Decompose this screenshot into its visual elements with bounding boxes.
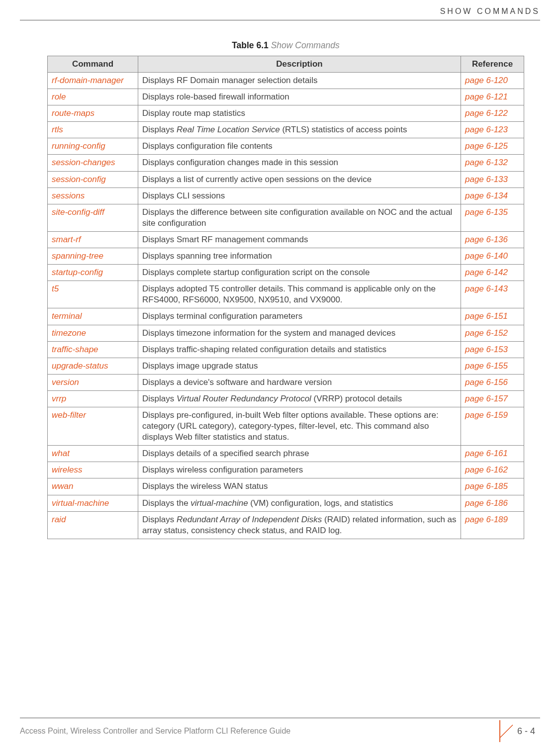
table-row: route-mapsDisplay route map statisticspa…: [48, 105, 524, 122]
table-row: terminalDisplays terminal configuration …: [48, 308, 524, 325]
command-description: Displays a device's software and hardwar…: [138, 374, 461, 390]
reference-link[interactable]: page 6-153: [461, 341, 524, 358]
command-description: Displays Virtual Router Redundancy Proto…: [138, 390, 461, 407]
footer-book-title: Access Point, Wireless Controller and Se…: [20, 727, 489, 736]
reference-link[interactable]: page 6-161: [461, 446, 524, 462]
command-link[interactable]: session-config: [48, 171, 138, 188]
command-link[interactable]: sessions: [48, 188, 138, 204]
command-description: Displays complete startup configuration …: [138, 265, 461, 281]
header-reference: Reference: [461, 56, 524, 73]
command-link[interactable]: site-config-diff: [48, 204, 138, 231]
table-row: startup-configDisplays complete startup …: [48, 265, 524, 281]
reference-link[interactable]: page 6-143: [461, 281, 524, 308]
reference-link[interactable]: page 6-152: [461, 325, 524, 341]
reference-link[interactable]: page 6-156: [461, 374, 524, 390]
command-description: Displays Redundant Array of Independent …: [138, 511, 461, 539]
reference-link[interactable]: page 6-157: [461, 390, 524, 407]
table-caption: Table 6.1 Show Commands: [47, 40, 524, 51]
content-area: Table 6.1 Show Commands Command Descript…: [0, 20, 560, 539]
footer-page-number: 6 - 4: [517, 726, 535, 737]
reference-link[interactable]: page 6-140: [461, 248, 524, 265]
reference-link[interactable]: page 6-162: [461, 462, 524, 478]
table-row: virtual-machineDisplays the virtual-mach…: [48, 495, 524, 511]
command-link[interactable]: web-filter: [48, 407, 138, 445]
command-link[interactable]: route-maps: [48, 105, 138, 122]
command-link[interactable]: vrrp: [48, 390, 138, 407]
table-caption-title: Show Commands: [271, 40, 340, 50]
command-link[interactable]: version: [48, 374, 138, 390]
command-link[interactable]: what: [48, 446, 138, 462]
command-link[interactable]: spanning-tree: [48, 248, 138, 265]
command-description: Displays RF Domain manager selection det…: [138, 73, 461, 89]
command-description: Displays traffic-shaping related configu…: [138, 341, 461, 358]
command-link[interactable]: t5: [48, 281, 138, 308]
reference-link[interactable]: page 6-135: [461, 204, 524, 231]
command-link[interactable]: raid: [48, 511, 138, 539]
command-link[interactable]: timezone: [48, 325, 138, 341]
command-description: Displays the wireless WAN status: [138, 478, 461, 495]
command-description: Displays adopted T5 controller details. …: [138, 281, 461, 308]
command-description: Displays pre-configured, in-built Web fi…: [138, 407, 461, 445]
command-link[interactable]: virtual-machine: [48, 495, 138, 511]
command-link[interactable]: smart-rf: [48, 231, 138, 248]
reference-link[interactable]: page 6-151: [461, 308, 524, 325]
command-link[interactable]: rf-domain-manager: [48, 73, 138, 89]
page-footer: Access Point, Wireless Controller and Se…: [20, 720, 540, 742]
command-description: Displays configuration changes made in t…: [138, 155, 461, 171]
command-description: Displays Real Time Location Service (RTL…: [138, 122, 461, 138]
footer-rule: [20, 718, 540, 718]
reference-link[interactable]: page 6-132: [461, 155, 524, 171]
reference-link[interactable]: page 6-125: [461, 138, 524, 155]
reference-link[interactable]: page 6-189: [461, 511, 524, 539]
command-description: Displays configuration file contents: [138, 138, 461, 155]
command-description: Displays timezone information for the sy…: [138, 325, 461, 341]
command-link[interactable]: wwan: [48, 478, 138, 495]
table-row: wirelessDisplays wireless configuration …: [48, 462, 524, 478]
header-description: Description: [138, 56, 461, 73]
footer-decoration-icon: 6 - 4: [499, 720, 540, 742]
command-link[interactable]: terminal: [48, 308, 138, 325]
reference-link[interactable]: page 6-120: [461, 73, 524, 89]
table-row: raidDisplays Redundant Array of Independ…: [48, 511, 524, 539]
reference-link[interactable]: page 6-185: [461, 478, 524, 495]
table-row: whatDisplays details of a specified sear…: [48, 446, 524, 462]
reference-link[interactable]: page 6-186: [461, 495, 524, 511]
reference-link[interactable]: page 6-134: [461, 188, 524, 204]
table-row: timezoneDisplays timezone information fo…: [48, 325, 524, 341]
table-row: versionDisplays a device's software and …: [48, 374, 524, 390]
command-description: Displays CLI sessions: [138, 188, 461, 204]
commands-table: Command Description Reference rf-domain-…: [47, 56, 524, 539]
table-row: rtlsDisplays Real Time Location Service …: [48, 122, 524, 138]
reference-link[interactable]: page 6-142: [461, 265, 524, 281]
command-link[interactable]: running-config: [48, 138, 138, 155]
command-description: Displays spanning tree information: [138, 248, 461, 265]
reference-link[interactable]: page 6-133: [461, 171, 524, 188]
reference-link[interactable]: page 6-123: [461, 122, 524, 138]
command-link[interactable]: role: [48, 89, 138, 105]
table-row: session-configDisplays a list of current…: [48, 171, 524, 188]
command-link[interactable]: startup-config: [48, 265, 138, 281]
table-row: roleDisplays role-based firewall informa…: [48, 89, 524, 105]
table-row: web-filterDisplays pre-configured, in-bu…: [48, 407, 524, 445]
command-link[interactable]: wireless: [48, 462, 138, 478]
reference-link[interactable]: page 6-136: [461, 231, 524, 248]
command-description: Displays the difference between site con…: [138, 204, 461, 231]
command-description: Displays terminal configuration paramete…: [138, 308, 461, 325]
command-link[interactable]: session-changes: [48, 155, 138, 171]
command-link[interactable]: traffic-shape: [48, 341, 138, 358]
command-description: Displays details of a specified search p…: [138, 446, 461, 462]
reference-link[interactable]: page 6-159: [461, 407, 524, 445]
table-row: spanning-treeDisplays spanning tree info…: [48, 248, 524, 265]
table-row: vrrpDisplays Virtual Router Redundancy P…: [48, 390, 524, 407]
reference-link[interactable]: page 6-121: [461, 89, 524, 105]
page-header: SHOW COMMANDS: [0, 0, 560, 18]
command-description: Display route map statistics: [138, 105, 461, 122]
section-title: SHOW COMMANDS: [440, 7, 540, 15]
command-link[interactable]: upgrade-status: [48, 358, 138, 374]
table-row: rf-domain-managerDisplays RF Domain mana…: [48, 73, 524, 89]
reference-link[interactable]: page 6-155: [461, 358, 524, 374]
reference-link[interactable]: page 6-122: [461, 105, 524, 122]
table-row: running-configDisplays configuration fil…: [48, 138, 524, 155]
command-description: Displays role-based firewall information: [138, 89, 461, 105]
command-link[interactable]: rtls: [48, 122, 138, 138]
